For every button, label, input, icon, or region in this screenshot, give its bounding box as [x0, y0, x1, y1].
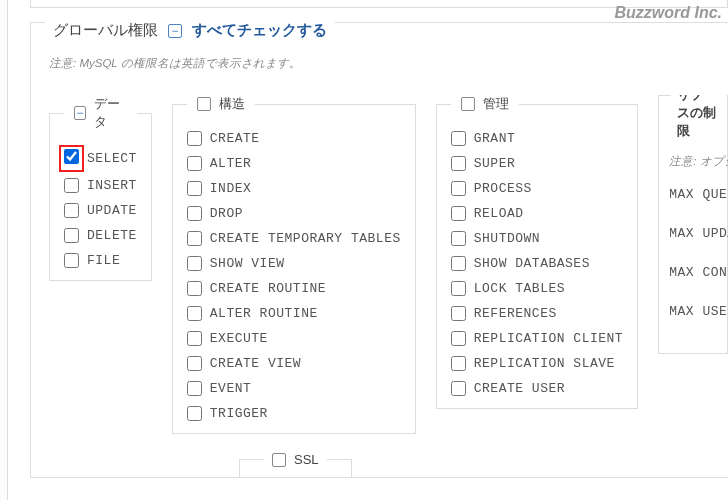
privilege-checkbox[interactable]: [187, 381, 202, 396]
privilege-label: ALTER: [210, 156, 252, 171]
structure-group: 構造 CREATEALTERINDEXDROPCREATE TEMPORARY …: [172, 95, 416, 434]
privilege-label: REPLICATION CLIENT: [474, 331, 623, 346]
privilege-references[interactable]: REFERENCES: [451, 306, 623, 321]
privilege-select[interactable]: SELECT: [64, 149, 137, 168]
group-label: 管理: [483, 95, 509, 113]
privilege-show-view[interactable]: SHOW VIEW: [187, 256, 401, 271]
privilege-checkbox[interactable]: [451, 231, 466, 246]
privilege-note: 注意: MySQL の権限名は英語で表示されます。: [49, 56, 728, 71]
privilege-alter-routine[interactable]: ALTER ROUTINE: [187, 306, 401, 321]
group-checkbox[interactable]: [272, 453, 286, 467]
resource-row: MAX UPDATES PER HOU: [669, 226, 717, 241]
privilege-label: FILE: [87, 253, 120, 268]
panel-title: グローバル権限: [53, 21, 158, 40]
privilege-checkbox[interactable]: [451, 356, 466, 371]
privilege-checkbox[interactable]: [64, 228, 79, 243]
privilege-checkbox[interactable]: [451, 381, 466, 396]
privilege-process[interactable]: PROCESS: [451, 181, 623, 196]
privilege-checkbox[interactable]: [451, 131, 466, 146]
privilege-label: TRIGGER: [210, 406, 268, 421]
privilege-label: INDEX: [210, 181, 252, 196]
privilege-checkbox[interactable]: [64, 203, 79, 218]
privilege-checkbox[interactable]: [187, 131, 202, 146]
resource-note: 注意: オプションを 0 (ゼロ: [669, 154, 717, 169]
privilege-delete[interactable]: DELETE: [64, 228, 137, 243]
check-all-link[interactable]: すべてチェックする: [192, 21, 327, 40]
privilege-grant[interactable]: GRANT: [451, 131, 623, 146]
privilege-checkbox[interactable]: [187, 256, 202, 271]
privilege-label: PROCESS: [474, 181, 532, 196]
privilege-update[interactable]: UPDATE: [64, 203, 137, 218]
privilege-alter[interactable]: ALTER: [187, 156, 401, 171]
privilege-checkbox[interactable]: [187, 156, 202, 171]
privilege-checkbox[interactable]: [451, 331, 466, 346]
privilege-checkbox[interactable]: [64, 253, 79, 268]
privilege-label: SHOW DATABASES: [474, 256, 590, 271]
privilege-checkbox[interactable]: [451, 306, 466, 321]
privilege-create-view[interactable]: CREATE VIEW: [187, 356, 401, 371]
privilege-checkbox[interactable]: [64, 149, 79, 164]
privilege-checkbox[interactable]: [187, 206, 202, 221]
collapse-icon[interactable]: −: [168, 24, 182, 38]
group-checkbox[interactable]: [461, 97, 475, 111]
group-label: 構造: [219, 95, 245, 113]
privilege-checkbox[interactable]: [187, 356, 202, 371]
privilege-label: GRANT: [474, 131, 516, 146]
privilege-lock-tables[interactable]: LOCK TABLES: [451, 281, 623, 296]
privilege-file[interactable]: FILE: [64, 253, 137, 268]
privilege-show-databases[interactable]: SHOW DATABASES: [451, 256, 623, 271]
privilege-checkbox[interactable]: [451, 181, 466, 196]
global-privileges-panel: グローバル権限 − すべてチェックする 注意: MySQL の権限名は英語で表示…: [30, 22, 728, 478]
privilege-label: CREATE VIEW: [210, 356, 301, 371]
privilege-checkbox[interactable]: [187, 331, 202, 346]
privilege-replication-slave[interactable]: REPLICATION SLAVE: [451, 356, 623, 371]
privilege-shutdown[interactable]: SHUTDOWN: [451, 231, 623, 246]
group-label: SSL: [294, 452, 319, 467]
privilege-label: SHOW VIEW: [210, 256, 285, 271]
group-label: データ: [94, 95, 127, 131]
privilege-label: SUPER: [474, 156, 516, 171]
privilege-checkbox[interactable]: [187, 231, 202, 246]
privilege-label: RELOAD: [474, 206, 524, 221]
privilege-label: CREATE USER: [474, 381, 565, 396]
privilege-event[interactable]: EVENT: [187, 381, 401, 396]
privilege-checkbox[interactable]: [451, 206, 466, 221]
privilege-label: SELECT: [87, 151, 137, 166]
privilege-label: CREATE ROUTINE: [210, 281, 326, 296]
privilege-label: CREATE TEMPORARY TABLES: [210, 231, 401, 246]
data-group: − データ SELECTINSERTUPDATEDELETEFILE: [49, 95, 152, 281]
privilege-super[interactable]: SUPER: [451, 156, 623, 171]
privilege-label: REPLICATION SLAVE: [474, 356, 615, 371]
privilege-reload[interactable]: RELOAD: [451, 206, 623, 221]
privilege-label: UPDATE: [87, 203, 137, 218]
privilege-checkbox[interactable]: [187, 281, 202, 296]
privilege-create-routine[interactable]: CREATE ROUTINE: [187, 281, 401, 296]
privilege-checkbox[interactable]: [187, 406, 202, 421]
privilege-checkbox[interactable]: [187, 181, 202, 196]
resource-limits-panel: リソースの制限 注意: オプションを 0 (ゼロ MAX QUERIES PER…: [658, 95, 728, 354]
privilege-label: INSERT: [87, 178, 137, 193]
privilege-replication-client[interactable]: REPLICATION CLIENT: [451, 331, 623, 346]
privilege-create-temporary-tables[interactable]: CREATE TEMPORARY TABLES: [187, 231, 401, 246]
privilege-label: EXECUTE: [210, 331, 268, 346]
brand-label: Buzzword Inc.: [614, 4, 722, 22]
resource-title: リソースの制限: [671, 95, 727, 140]
privilege-checkbox[interactable]: [64, 178, 79, 193]
group-checkbox[interactable]: [197, 97, 211, 111]
privilege-create-user[interactable]: CREATE USER: [451, 381, 623, 396]
collapse-icon[interactable]: −: [74, 106, 86, 120]
admin-group: 管理 GRANTSUPERPROCESSRELOADSHUTDOWNSHOW D…: [436, 95, 638, 409]
privilege-insert[interactable]: INSERT: [64, 178, 137, 193]
privilege-checkbox[interactable]: [451, 281, 466, 296]
privilege-execute[interactable]: EXECUTE: [187, 331, 401, 346]
privilege-create[interactable]: CREATE: [187, 131, 401, 146]
privilege-index[interactable]: INDEX: [187, 181, 401, 196]
privilege-checkbox[interactable]: [451, 156, 466, 171]
privilege-checkbox[interactable]: [187, 306, 202, 321]
privilege-label: LOCK TABLES: [474, 281, 565, 296]
resource-row: MAX CONNECTIONS PER: [669, 265, 717, 280]
privilege-label: CREATE: [210, 131, 260, 146]
privilege-drop[interactable]: DROP: [187, 206, 401, 221]
privilege-trigger[interactable]: TRIGGER: [187, 406, 401, 421]
privilege-checkbox[interactable]: [451, 256, 466, 271]
